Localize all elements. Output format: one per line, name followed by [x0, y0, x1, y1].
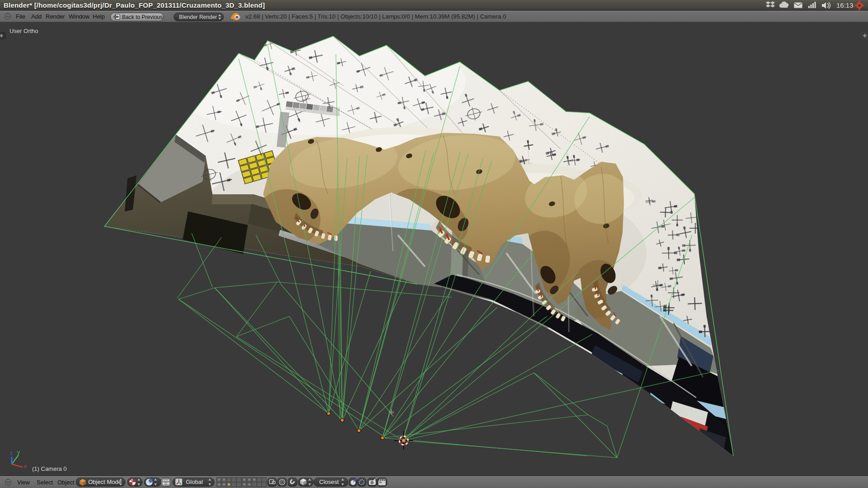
svg-text:z: z [10, 450, 13, 456]
svg-text:Object Mode: Object Mode [88, 479, 122, 485]
svg-text:Global: Global [186, 479, 203, 485]
svg-text:16:13: 16:13 [836, 1, 854, 9]
svg-text:Closest: Closest [319, 479, 339, 485]
svg-text:y: y [17, 449, 20, 455]
svg-text:x: x [24, 463, 27, 469]
